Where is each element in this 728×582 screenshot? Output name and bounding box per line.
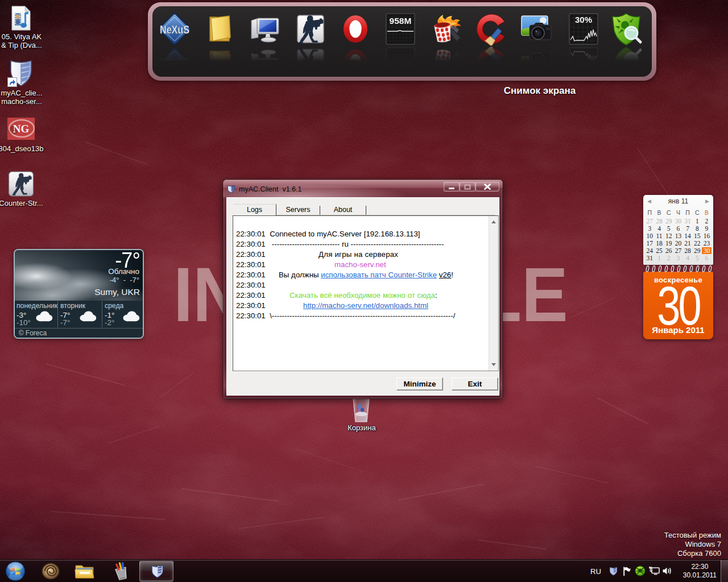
svg-text:30%: 30%	[575, 15, 592, 24]
svg-text:958M: 958M	[390, 16, 412, 26]
svg-text:NG: NG	[13, 123, 30, 135]
svg-text:NeXuS: NeXuS	[160, 23, 189, 36]
